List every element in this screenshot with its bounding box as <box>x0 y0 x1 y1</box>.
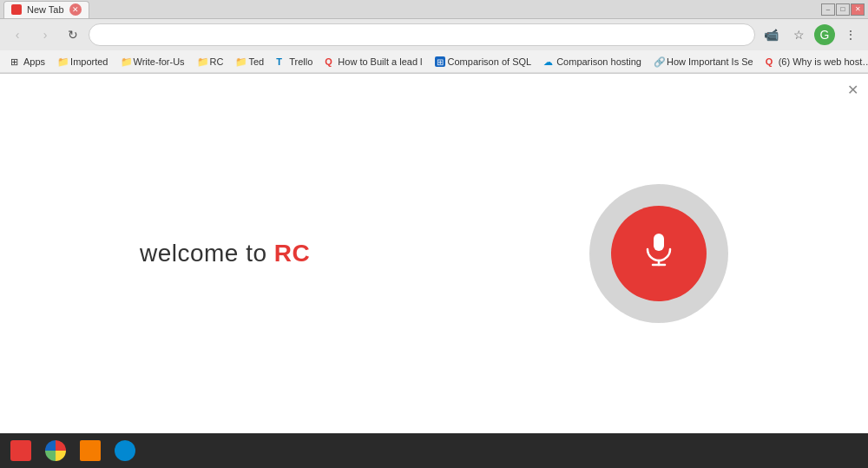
folder-icon: 📁 <box>197 56 207 67</box>
tab-label: New Tab <box>27 4 64 15</box>
grid-icon: ⊞ <box>435 56 445 67</box>
bookmark-rc-label: RC <box>210 56 224 67</box>
bookmark-imported-label: Imported <box>70 56 108 67</box>
tab-favicon <box>11 4 22 15</box>
chrome-icon <box>45 440 66 461</box>
browser-chrome: ‹ › ↻ 📹 ☆ G ⋮ ⊞ Apps 📁 Imported 📁 Write-… <box>0 19 868 74</box>
bookmark-comparison-hosting[interactable]: ☁ Comparison hosting <box>538 55 647 69</box>
bookmark-why-web-host-label: (6) Why is web host… <box>779 56 868 67</box>
app-icon <box>115 440 135 461</box>
bookmark-comparison-sql-label: Comparison of SQL <box>448 56 532 67</box>
taskbar-item-chrome[interactable] <box>40 437 71 465</box>
bookmark-how-important-label: How Important Is Se <box>667 56 753 67</box>
bookmark-how-to-built-label: How to Built a lead l <box>338 56 422 67</box>
bookmark-trello[interactable]: T Trello <box>271 55 318 69</box>
folder-icon: 📁 <box>235 56 246 67</box>
tab-strip: New Tab ✕ <box>3 1 89 18</box>
profile-avatar[interactable]: G <box>814 24 835 45</box>
bookmark-ted-label: Ted <box>248 56 264 67</box>
taskbar-item-files[interactable] <box>75 437 106 465</box>
folder-icon: 📁 <box>57 56 68 67</box>
microphone-icon <box>640 230 678 277</box>
back-button[interactable]: ‹ <box>5 23 30 47</box>
tab-close-button[interactable]: ✕ <box>69 3 82 16</box>
bookmark-apps-label: Apps <box>23 56 45 67</box>
bookmark-write-for-us[interactable]: 📁 Write-for-Us <box>115 55 190 69</box>
nav-right-controls: 📹 ☆ G ⋮ <box>759 23 863 47</box>
bookmarks-bar: ⊞ Apps 📁 Imported 📁 Write-for-Us 📁 RC 📁 … <box>0 50 868 73</box>
taskbar <box>0 433 868 468</box>
nav-bar: ‹ › ↻ 📹 ☆ G ⋮ <box>0 19 868 50</box>
apps-icon: ⊞ <box>10 56 21 67</box>
title-bar: New Tab ✕ – □ ✕ <box>0 0 868 19</box>
bookmark-how-important[interactable]: 🔗 How Important Is Se <box>648 55 759 69</box>
address-input[interactable] <box>98 29 746 41</box>
bookmark-imported[interactable]: 📁 Imported <box>52 55 113 69</box>
taskbar-item-start[interactable] <box>5 437 36 465</box>
welcome-brand: RC <box>274 240 310 267</box>
taskbar-item-app[interactable] <box>109 437 141 465</box>
close-button[interactable]: ✕ <box>851 3 865 16</box>
welcome-prefix: welcome to <box>140 240 274 267</box>
bookmark-trello-label: Trello <box>289 56 312 67</box>
active-tab[interactable]: New Tab ✕ <box>3 1 89 18</box>
bookmark-rc[interactable]: 📁 RC <box>192 55 229 69</box>
folder-icon: 📁 <box>121 56 131 67</box>
welcome-message: welcome to RC <box>140 240 310 267</box>
maximize-button[interactable]: □ <box>836 3 850 16</box>
address-bar[interactable] <box>89 23 755 46</box>
files-icon <box>80 440 101 461</box>
svg-rect-0 <box>654 234 664 251</box>
menu-button[interactable]: ⋮ <box>838 23 863 47</box>
bookmark-comparison-sql[interactable]: ⊞ Comparison of SQL <box>430 55 537 69</box>
bookmark-apps[interactable]: ⊞ Apps <box>5 55 50 69</box>
content-close-button[interactable]: ✕ <box>844 81 861 98</box>
bookmark-why-web-host[interactable]: Q (6) Why is web host… <box>760 55 868 69</box>
mic-container <box>589 184 728 323</box>
bookmark-star-button[interactable]: ☆ <box>786 23 811 47</box>
bookmark-comparison-hosting-label: Comparison hosting <box>556 56 641 67</box>
window-controls: – □ ✕ <box>821 3 865 16</box>
cloud-icon: ☁ <box>543 56 554 67</box>
link-icon: 🔗 <box>654 56 664 67</box>
mic-button[interactable] <box>611 206 707 301</box>
bookmark-write-for-us-label: Write-for-Us <box>134 56 185 67</box>
bookmark-ted[interactable]: 📁 Ted <box>230 55 269 69</box>
start-icon <box>10 440 31 461</box>
q-icon: Q <box>325 56 335 67</box>
forward-button[interactable]: › <box>33 23 57 47</box>
refresh-button[interactable]: ↻ <box>61 23 85 47</box>
q-icon2: Q <box>766 56 776 67</box>
bookmark-how-to-built[interactable]: Q How to Built a lead l <box>319 55 427 69</box>
minimize-button[interactable]: – <box>821 3 835 16</box>
trello-icon: T <box>276 56 286 67</box>
content-area: welcome to RC ✕ <box>0 74 868 433</box>
cast-button[interactable]: 📹 <box>759 23 783 47</box>
